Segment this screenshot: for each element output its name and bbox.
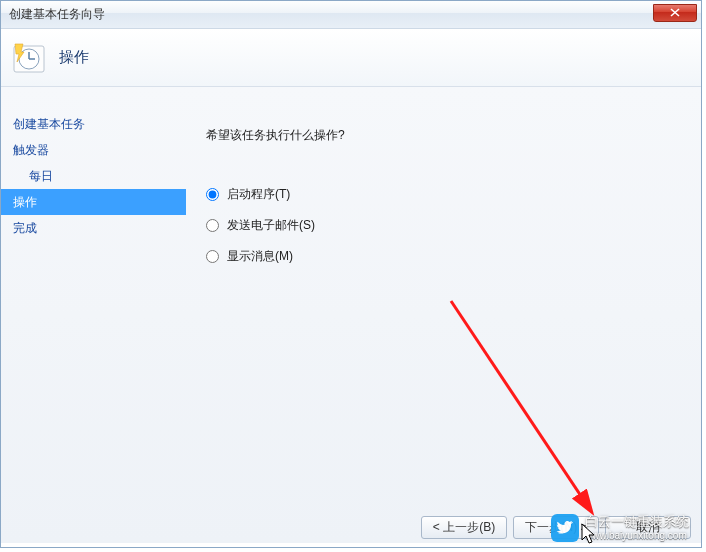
radio-show-message[interactable] <box>206 250 219 263</box>
back-button[interactable]: < 上一步(B) <box>421 516 507 539</box>
wizard-clock-icon <box>13 42 45 74</box>
option-label: 显示消息(M) <box>227 248 293 265</box>
header-panel: 操作 <box>1 29 701 87</box>
titlebar: 创建基本任务向导 <box>1 1 701 29</box>
page-title: 操作 <box>59 48 89 67</box>
close-button[interactable] <box>653 4 697 22</box>
body: 创建基本任务 触发器 每日 操作 完成 希望该任务执行什么操作? 启动程序(T)… <box>1 87 701 543</box>
next-button[interactable]: 下一步(N) > <box>513 516 599 539</box>
radio-send-email[interactable] <box>206 219 219 232</box>
button-bar: < 上一步(B) 下一步(N) > 取消 <box>421 516 691 539</box>
radio-start-program[interactable] <box>206 188 219 201</box>
sidebar: 创建基本任务 触发器 每日 操作 完成 <box>1 87 186 543</box>
wizard-window: 创建基本任务向导 操作 创建基本任务 触发器 每日 操作 完成 <box>0 0 702 548</box>
window-title: 创建基本任务向导 <box>9 6 105 23</box>
option-label: 发送电子邮件(S) <box>227 217 315 234</box>
question-text: 希望该任务执行什么操作? <box>206 127 681 144</box>
option-label: 启动程序(T) <box>227 186 290 203</box>
main-panel: 希望该任务执行什么操作? 启动程序(T) 发送电子邮件(S) 显示消息(M) <box>186 87 701 543</box>
option-send-email[interactable]: 发送电子邮件(S) <box>206 217 681 234</box>
sidebar-item-action[interactable]: 操作 <box>1 189 186 215</box>
option-show-message[interactable]: 显示消息(M) <box>206 248 681 265</box>
cancel-button[interactable]: 取消 <box>605 516 691 539</box>
close-icon <box>670 8 680 17</box>
sidebar-item-trigger[interactable]: 触发器 <box>1 137 186 163</box>
sidebar-item-create-task[interactable]: 创建基本任务 <box>1 111 186 137</box>
sidebar-item-finish[interactable]: 完成 <box>1 215 186 241</box>
option-start-program[interactable]: 启动程序(T) <box>206 186 681 203</box>
sidebar-item-daily[interactable]: 每日 <box>1 163 186 189</box>
